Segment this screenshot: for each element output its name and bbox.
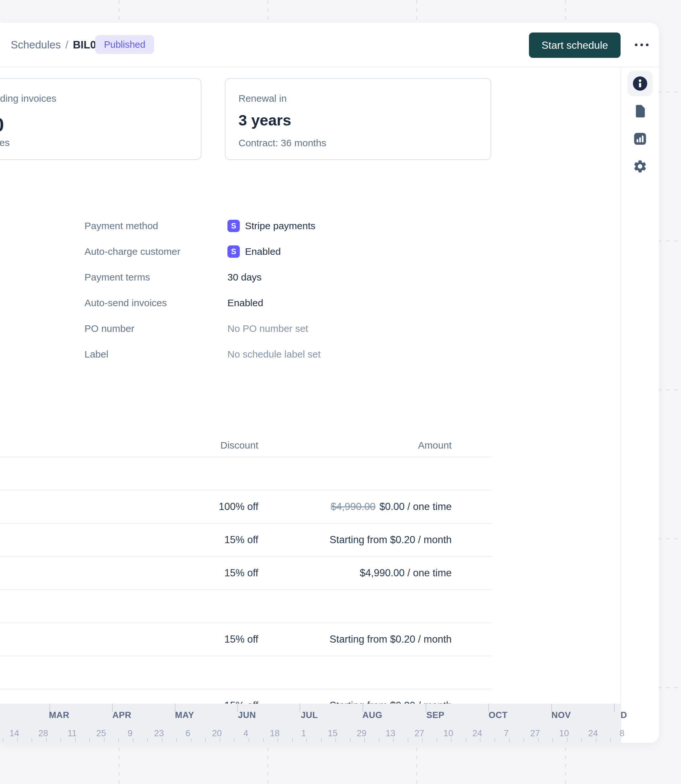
stripe-icon: S — [227, 245, 240, 258]
timeline-minor-tick — [133, 738, 133, 742]
renewal-card: Renewal in 3 years Contract: 36 months — [225, 78, 491, 160]
timeline-month-label: SEP — [426, 710, 445, 720]
timeline-day-label: 27 — [415, 728, 424, 738]
timeline-month-label: NOV — [551, 710, 571, 720]
outstanding-invoices-card: ding invoices 0 es — [0, 78, 201, 160]
timeline-minor-tick — [46, 738, 47, 742]
timeline-day-label: 27 — [530, 728, 540, 738]
details-value-text: No schedule label set — [227, 349, 321, 360]
table-row[interactable]: 15% offStarting from $0.20 / month — [0, 623, 492, 656]
timeline-day-label: 15 — [328, 728, 337, 738]
amount-cell: Starting from $0.20 / month — [329, 534, 451, 546]
timeline-month-label: APR — [112, 710, 131, 720]
start-schedule-button[interactable]: Start schedule — [529, 32, 621, 58]
tab-analytics[interactable] — [627, 126, 653, 151]
timeline-day-label: 4 — [243, 728, 248, 738]
details-list: Payment methodSStripe paymentsAuto-charg… — [84, 213, 442, 367]
table-row[interactable]: 15% offStarting from $0.20 / month — [0, 524, 492, 557]
timeline-minor-tick — [220, 738, 220, 742]
timeline-minor-tick — [552, 738, 553, 742]
amount-current: Starting from $0.20 / month — [329, 633, 451, 645]
timeline-minor-tick — [610, 738, 611, 742]
tab-info[interactable] — [627, 71, 653, 96]
details-value: No PO number set — [227, 323, 308, 334]
timeline-minor-tick — [596, 738, 597, 742]
amount-cell: Starting from $0.20 / month — [329, 633, 451, 645]
renewal-card-label: Renewal in — [239, 93, 287, 104]
details-value-text: 30 days — [227, 272, 261, 283]
amount-original-strikethrough: $4,990.00 — [331, 501, 375, 512]
timeline-month-label: JUN — [238, 710, 256, 720]
timeline-minor-tick — [263, 738, 264, 742]
timeline-minor-tick — [147, 738, 148, 742]
renewal-card-sub: Contract: 36 months — [239, 138, 326, 149]
breadcrumb-schedules-link[interactable]: Schedules — [11, 39, 61, 51]
amount-current: Starting from $0.20 / month — [329, 534, 451, 546]
timeline-minor-tick — [379, 738, 380, 742]
details-value: 30 days — [227, 272, 261, 283]
app-background: { "header": { "breadcrumb_root": "Schedu… — [0, 0, 681, 784]
timeline-month-tick — [299, 704, 300, 712]
timeline-day-label: 13 — [386, 728, 395, 738]
table-row[interactable]: 100% off$4,990.00$0.00 / one time — [0, 490, 492, 524]
info-icon — [632, 76, 648, 91]
timeline-day-label: 9 — [128, 728, 133, 738]
schedule-detail-panel: Schedules / BIL0103 Published Start sche… — [0, 23, 659, 743]
details-label: Auto-charge customer — [84, 246, 227, 257]
timeline-minor-tick — [437, 738, 437, 742]
table-row[interactable] — [0, 590, 492, 623]
amount-cell: $4,990.00 / one time — [360, 567, 451, 579]
tab-settings[interactable] — [627, 154, 653, 179]
timeline-month-label: JUL — [301, 710, 318, 720]
timeline-minor-tick — [451, 738, 451, 742]
timeline-minor-tick — [393, 738, 394, 742]
panel-header: Schedules / BIL0103 Published Start sche… — [0, 23, 659, 67]
timeline-minor-tick — [364, 738, 365, 742]
amount-cell: $4,990.00$0.00 / one time — [331, 501, 451, 513]
timeline-day-label: 25 — [96, 728, 106, 738]
timeline-minor-tick — [191, 738, 192, 742]
discount-cell: 15% off — [224, 633, 258, 645]
amount-current: $4,990.00 / one time — [360, 567, 451, 579]
column-header-discount: Discount — [220, 440, 258, 451]
ellipsis-icon — [640, 44, 643, 46]
timeline-month-label: OCT — [489, 710, 508, 720]
timeline-day-label: 29 — [357, 728, 366, 738]
details-label: Auto-send invoices — [84, 297, 227, 308]
timeline-minor-tick — [292, 738, 293, 742]
overflow-menu-button[interactable] — [631, 23, 652, 67]
timeline-minor-tick — [32, 738, 32, 742]
stripe-icon: S — [227, 220, 240, 232]
timeline-minor-tick — [234, 738, 234, 742]
timeline-minor-tick — [335, 738, 336, 742]
timeline-minor-tick — [75, 738, 76, 742]
timeline-day-label: 24 — [472, 728, 482, 738]
tab-documents[interactable] — [627, 98, 653, 124]
timeline-minor-tick — [350, 738, 351, 742]
timeline-minor-tick — [60, 738, 61, 742]
breadcrumb-separator: / — [65, 39, 68, 51]
timeline-ruler[interactable]: BMARAPRMAYJUNJULAUGSEPOCTNOVD14281125923… — [0, 704, 621, 743]
invoices-card-sub: es — [0, 137, 10, 148]
details-label: PO number — [84, 323, 227, 334]
details-row: LabelNo schedule label set — [84, 341, 442, 367]
pricing-table: DiscountAmount100% off$4,990.00$0.00 / o… — [0, 434, 492, 722]
timeline-minor-tick — [17, 738, 18, 742]
table-row[interactable] — [0, 457, 492, 490]
timeline-day-label: 18 — [270, 728, 280, 738]
amount-current: $0.00 / one time — [380, 501, 451, 512]
timeline-day-label: 11 — [68, 728, 77, 738]
table-row[interactable]: 15% off$4,990.00 / one time — [0, 557, 492, 590]
table-header-row: DiscountAmount — [0, 434, 492, 457]
discount-cell: 100% off — [219, 501, 258, 513]
ellipsis-icon — [635, 44, 637, 46]
table-row[interactable] — [0, 656, 492, 689]
details-value-text: No PO number set — [227, 323, 308, 334]
timeline-minor-tick — [118, 738, 119, 742]
discount-cell: 15% off — [224, 567, 258, 579]
timeline-month-label: D — [621, 710, 627, 720]
details-row: Payment methodSStripe payments — [84, 213, 442, 238]
details-row: Auto-send invoicesEnabled — [84, 290, 442, 316]
ellipsis-icon — [646, 44, 649, 46]
timeline-minor-tick — [538, 738, 539, 742]
